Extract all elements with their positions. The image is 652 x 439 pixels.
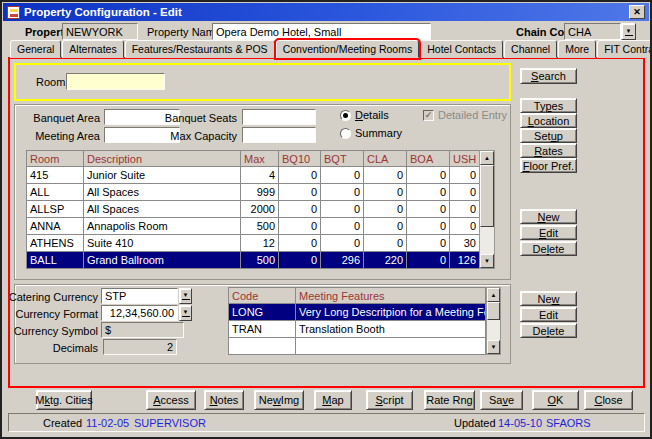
created-label: Created (43, 417, 82, 429)
cell-description: Junior Suite (84, 167, 241, 184)
scrollbar-thumb[interactable] (487, 302, 500, 320)
table-row-selected[interactable]: BALL Grand Ballroom 500 0 296 220 0 126 (27, 252, 480, 269)
close-icon[interactable]: ✕ (629, 5, 645, 19)
map-button[interactable]: Map (314, 390, 352, 410)
app-icon (7, 6, 20, 19)
rooms-table-scrollbar[interactable]: ▲ ▼ (479, 150, 495, 269)
details-radio[interactable]: Details (340, 109, 389, 121)
cell-room: ANNA (27, 218, 84, 235)
rooms-delete-button[interactable]: Delete (520, 241, 577, 256)
rooms-edit-button[interactable]: Edit (520, 225, 577, 240)
catering-currency-lov-button[interactable]: ▼ (179, 288, 192, 304)
decimals-field (103, 339, 177, 355)
col-header-boa: BOA (407, 151, 450, 167)
chain-code-field[interactable] (564, 23, 621, 40)
scroll-down-icon[interactable]: ▼ (487, 340, 500, 354)
room-search-input[interactable] (66, 73, 165, 90)
types-button[interactable]: Types (520, 98, 577, 113)
currency-format-field[interactable] (101, 305, 178, 321)
table-row[interactable]: ANNA Annapolis Room 500 0 0 0 0 0 (27, 218, 480, 235)
ok-button[interactable]: OK (532, 390, 579, 410)
summary-radio[interactable]: Summary (340, 127, 402, 139)
table-row[interactable] (229, 338, 486, 355)
cell-description: Annapolis Room (84, 218, 241, 235)
tab-general[interactable]: General (10, 40, 61, 58)
cell-boa: 0 (407, 235, 450, 252)
table-row[interactable]: TRAN Translation Booth (229, 321, 486, 338)
access-button[interactable]: Access (146, 390, 196, 410)
cell-description: Suite 410 (84, 235, 241, 252)
tab-hotel-contacts[interactable]: Hotel Contacts (420, 40, 503, 58)
property-name-field[interactable] (212, 23, 431, 40)
cell-bq10: 0 (279, 184, 321, 201)
col-header-description: Description (84, 151, 241, 167)
cell-room: ALL (27, 184, 84, 201)
property-name-label: Property Name (147, 26, 221, 39)
cell-feature: Translation Booth (296, 321, 486, 338)
features-table-header-row: Code Meeting Features (229, 288, 486, 304)
features-new-button[interactable]: New (520, 291, 577, 306)
status-bar: Created 11-02-05 SUPERVISOR Updated 14-0… (8, 413, 645, 432)
cell-bq10: 0 (279, 201, 321, 218)
features-edit-button[interactable]: Edit (520, 307, 577, 322)
col-header-bqt: BQT (321, 151, 364, 167)
currency-format-lov-button[interactable]: ▼ (179, 305, 192, 321)
search-button[interactable]: Search (520, 68, 577, 84)
save-button[interactable]: Save (480, 390, 523, 410)
col-header-meeting-features: Meeting Features (296, 288, 486, 304)
script-button[interactable]: Script (366, 390, 413, 410)
cell-bqt: 0 (321, 167, 364, 184)
table-row-selected[interactable]: LONG Very Long Descritpion for a Meeting… (229, 304, 486, 321)
table-row[interactable]: 415 Junior Suite 4 0 0 0 0 0 (27, 167, 480, 184)
features-table-scrollbar[interactable]: ▲ ▼ (486, 287, 501, 355)
cell-cla: 0 (364, 235, 407, 252)
new-img-button[interactable]: New Img (254, 390, 304, 410)
updated-user: SFAORS (546, 417, 591, 429)
features-delete-button[interactable]: Delete (520, 323, 577, 338)
tab-more[interactable]: More (558, 40, 596, 58)
currency-symbol-label: Currency Symbol (8, 325, 98, 338)
catering-currency-field[interactable] (101, 288, 178, 304)
tab-channel[interactable]: Channel (504, 40, 557, 58)
table-row[interactable]: ATHENS Suite 410 12 0 0 0 0 30 (27, 235, 480, 252)
cell-bqt: 296 (321, 252, 364, 269)
tab-fit-contracts[interactable]: FIT Contracts (597, 40, 652, 58)
table-row[interactable]: ALL All Spaces 999 0 0 0 0 0 (27, 184, 480, 201)
currency-symbol-field (101, 322, 184, 338)
scrollbar-thumb[interactable] (480, 165, 494, 227)
tab-features-restaurants-pos[interactable]: Features/Restaurants & POS (125, 40, 275, 58)
notes-button[interactable]: Notes (204, 390, 244, 410)
cell-max: 12 (241, 235, 279, 252)
chain-code-lov-button[interactable]: ▼ (621, 23, 636, 40)
banquet-seats-field[interactable] (242, 109, 316, 125)
property-field[interactable] (62, 23, 138, 40)
tab-alternates[interactable]: Alternates (62, 40, 123, 58)
scroll-down-icon[interactable]: ▼ (480, 254, 494, 268)
close-button[interactable]: Close (584, 390, 633, 410)
col-header-room: Room (27, 151, 84, 167)
detailed-entry-checkbox: ✓ Detailed Entry (423, 109, 507, 121)
cell-bq10: 0 (279, 235, 321, 252)
cell-ush: 0 (450, 218, 480, 235)
cell-max: 2000 (241, 201, 279, 218)
cell-bqt: 0 (321, 201, 364, 218)
cell-ush: 0 (450, 167, 480, 184)
mktg-cities-button[interactable]: Mktg. Cities (36, 390, 92, 410)
window-title: Property Configuration - Edit (24, 6, 182, 18)
floor-pref-button[interactable]: Floor Pref. (520, 158, 577, 173)
room-label: Room (36, 76, 65, 89)
rates-button[interactable]: Rates (520, 143, 577, 158)
setup-button[interactable]: Setup (520, 128, 577, 143)
decimals-label: Decimals (8, 342, 98, 355)
rooms-new-button[interactable]: New (520, 209, 577, 224)
table-row[interactable]: ALLSP All Spaces 2000 0 0 0 0 0 (27, 201, 480, 218)
scroll-up-icon[interactable]: ▲ (487, 288, 500, 302)
cell-cla: 0 (364, 184, 407, 201)
tab-convention-meeting-rooms[interactable]: Convention/Meeting Rooms (276, 40, 420, 58)
cell-max: 999 (241, 184, 279, 201)
rate-rng-button[interactable]: Rate Rng (424, 390, 475, 410)
max-capacity-field[interactable] (242, 127, 316, 143)
scroll-up-icon[interactable]: ▲ (480, 151, 494, 165)
cell-bqt: 0 (321, 218, 364, 235)
location-button[interactable]: Location (520, 113, 577, 128)
